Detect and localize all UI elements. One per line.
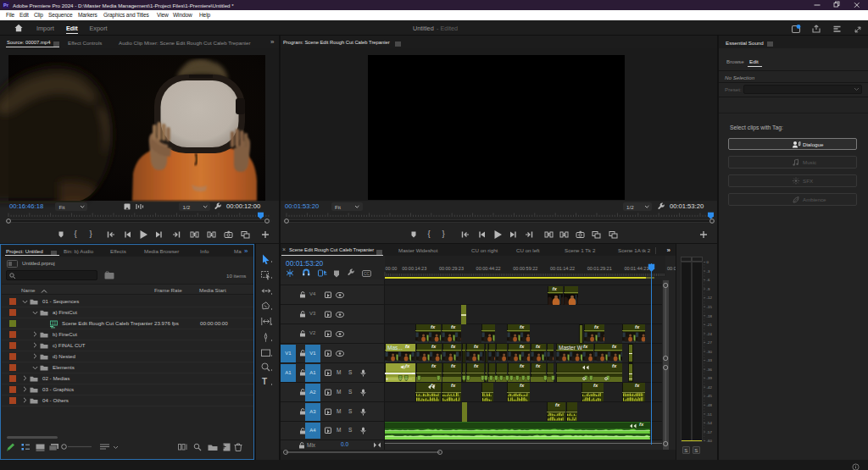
svg-text:-45: -45 [707, 394, 713, 398]
svg-text:0: 0 [707, 260, 709, 264]
svg-text:-57: -57 [707, 430, 713, 434]
svg-text:-60: -60 [707, 439, 713, 443]
svg-text:-42: -42 [707, 385, 713, 390]
svg-text:-48: -48 [707, 403, 713, 407]
svg-text:-27: -27 [707, 340, 713, 345]
svg-text:-24: -24 [707, 332, 713, 336]
svg-text:-21: -21 [707, 323, 713, 327]
svg-text:-18: -18 [707, 314, 713, 318]
svg-text:-3: -3 [707, 269, 710, 274]
svg-text:CC: CC [364, 271, 370, 276]
svg-text:-33: -33 [707, 358, 713, 362]
svg-text:-54: -54 [707, 421, 713, 425]
svg-text:-15: -15 [707, 305, 713, 309]
svg-text:-30: -30 [707, 350, 713, 354]
svg-text:-9: -9 [707, 287, 710, 291]
svg-text:-39: -39 [707, 376, 713, 380]
svg-text:-12: -12 [707, 296, 713, 300]
svg-text:-51: -51 [707, 412, 713, 417]
svg-text:-36: -36 [707, 368, 713, 372]
svg-text:-6: -6 [707, 278, 710, 282]
